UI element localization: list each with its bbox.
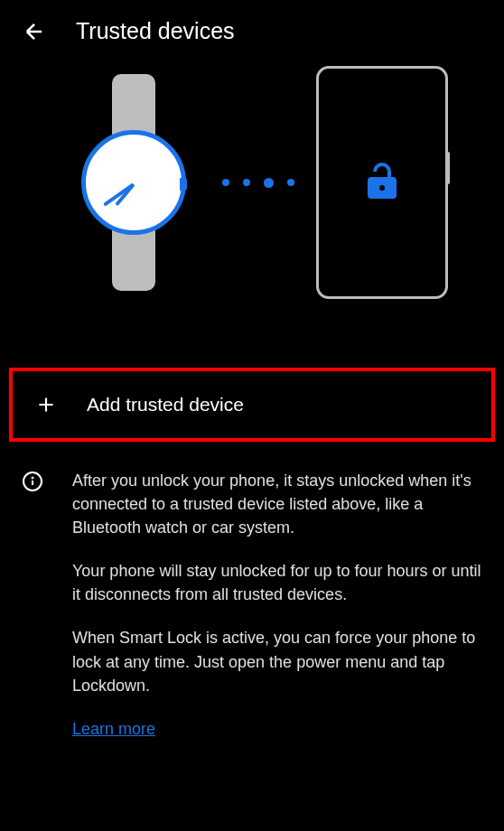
page-title: Trusted devices — [76, 18, 235, 44]
unlock-icon — [360, 159, 404, 206]
connection-dots-icon — [222, 178, 294, 188]
info-icon — [22, 471, 43, 496]
add-trusted-device-button[interactable]: Add trusted device — [9, 368, 495, 442]
info-paragraph-2: Your phone will stay unlocked for up to … — [72, 559, 482, 606]
info-text: After you unlock your phone, it stays un… — [72, 469, 482, 741]
header: Trusted devices — [0, 0, 504, 70]
info-paragraph-3: When Smart Lock is active, you can force… — [72, 626, 482, 696]
info-paragraph-1: After you unlock your phone, it stays un… — [72, 469, 482, 539]
info-section: After you unlock your phone, it stays un… — [0, 442, 504, 759]
plus-icon — [34, 393, 58, 416]
watch-icon — [74, 74, 201, 291]
learn-more-link[interactable]: Learn more — [72, 720, 155, 738]
back-button[interactable] — [22, 19, 47, 44]
trusted-devices-illustration — [0, 70, 504, 368]
svg-point-1 — [33, 478, 33, 479]
phone-icon — [316, 66, 448, 299]
add-trusted-device-label: Add trusted device — [87, 394, 244, 416]
